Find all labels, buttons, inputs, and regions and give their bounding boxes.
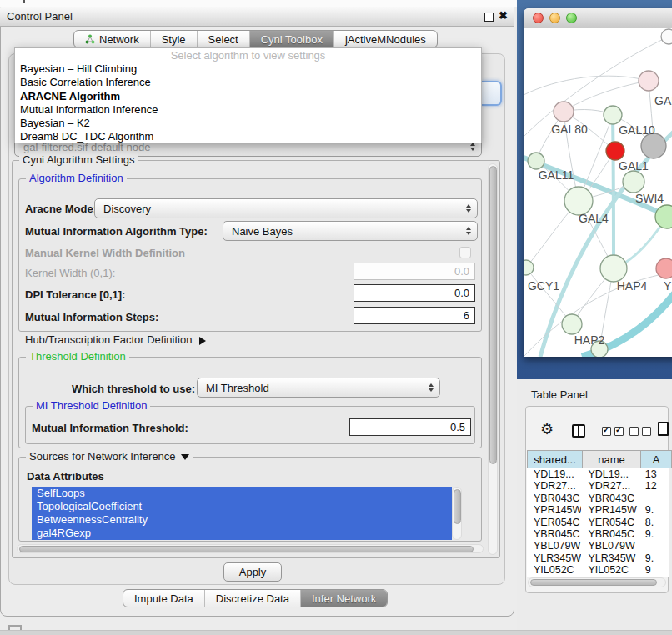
export-table-icon[interactable] (658, 422, 669, 436)
algorithm-option-basic-correlation-inference[interactable]: Basic Correlation Inference (15, 76, 481, 89)
minimize-traffic-light-icon[interactable] (549, 12, 560, 23)
table-cell: YBR045C (527, 528, 581, 540)
tab-label: Network (99, 33, 139, 46)
node-gray[interactable] (641, 133, 666, 158)
combo-arrows-icon (429, 383, 434, 392)
tab-discretize-data[interactable]: Discretize Data (204, 590, 300, 607)
apply-button[interactable]: Apply (223, 562, 282, 582)
settings-horizontal-scrollbar[interactable] (17, 544, 484, 553)
node-label-hap2: HAP2 (574, 333, 605, 347)
table-horizontal-scrollbar-thumb[interactable] (530, 579, 657, 586)
attribute-item-selfloops[interactable]: SelfLoops (32, 487, 452, 500)
expander-down-icon (181, 454, 189, 460)
node-swi4[interactable] (655, 205, 672, 228)
algorithm-option-bayesian-k2[interactable]: Bayesian – K2 (15, 117, 481, 130)
tab-select[interactable]: Select (197, 31, 249, 48)
gear-icon[interactable]: ⚙ (540, 422, 554, 437)
table-row[interactable]: YBR045CYBR045C9. (527, 528, 669, 540)
close-icon[interactable]: ✖ (499, 9, 508, 22)
top-strip (0, 0, 517, 7)
table-row[interactable]: YIL052CYIL052C9 (527, 564, 669, 576)
table-horizontal-scrollbar[interactable] (528, 578, 666, 588)
table-row[interactable]: YDR27...YDR27...12 (527, 480, 669, 492)
node-gal10[interactable] (604, 106, 622, 124)
table-cell: YBR045C (581, 528, 638, 540)
node-label-gal1: GAL1 (619, 159, 649, 172)
data-attributes-list[interactable]: SelfLoopsTopologicalCoefficientBetweenne… (32, 487, 452, 540)
attribute-item-topologicalcoefficient[interactable]: TopologicalCoefficient (32, 500, 452, 513)
node-gal11[interactable] (528, 152, 544, 169)
tab-style[interactable]: Style (150, 31, 197, 48)
node-red[interactable] (606, 142, 624, 160)
deselect-all-columns-icon[interactable] (629, 427, 651, 436)
node-gal-pink[interactable] (639, 71, 659, 91)
table-cell: YDR27... (581, 480, 638, 492)
control-panel-titlebar (0, 7, 514, 27)
column-header-shared[interactable]: shared... (527, 450, 583, 468)
node-gal1[interactable] (623, 171, 644, 192)
select-all-columns-icon[interactable] (602, 427, 624, 436)
table-row[interactable]: YDL19...YDL19...13 (527, 468, 669, 480)
node-gal80[interactable] (554, 102, 574, 122)
hub-definition-expander[interactable]: Hub/Transcription Factor Definition (25, 333, 206, 346)
control-panel-title: Control Panel (7, 10, 73, 22)
unchecked-box-icon (629, 427, 639, 436)
table-cell: YLR345W (527, 552, 581, 564)
table-row[interactable]: YPR145WYPR145W9. (527, 504, 669, 516)
node-hap2[interactable] (562, 314, 582, 334)
screen: Control Panel ✖ NetworkStyleSelectCyni T… (0, 0, 672, 635)
table-row[interactable]: YBR043CYBR043C (527, 492, 669, 504)
tab-infer-network[interactable]: Infer Network (300, 590, 387, 607)
manual-kernel-checkbox[interactable] (459, 247, 471, 258)
tab-network[interactable]: Network (74, 31, 150, 48)
table-row[interactable]: YLR345WYLR345W9. (527, 552, 669, 564)
settings-vertical-scrollbar[interactable] (488, 163, 498, 555)
tab-impute-data[interactable]: Impute Data (123, 590, 204, 607)
algorithm-option-bayesian-hill-climbing[interactable]: Bayesian – Hill Climbing (15, 62, 481, 76)
zoom-traffic-light-icon[interactable] (566, 12, 577, 23)
mi-threshold-definition-title: MI Threshold Definition (33, 399, 150, 412)
table-cell: YIL052C (581, 564, 638, 576)
mi-type-combobox[interactable]: Naive Bayes (223, 221, 478, 241)
which-threshold-combobox[interactable]: MI Threshold (197, 378, 440, 398)
algorithm-option-mutual-information-inference[interactable]: Mutual Information Inference (15, 103, 481, 117)
kernel-width-field[interactable]: 0.0 (354, 262, 475, 280)
algorithm-option-dream8-dc-tdc-algorithm[interactable]: Dream8 DC_TDC Algorithm (15, 130, 481, 143)
node-label-gal: GAL (654, 94, 672, 108)
dpi-tolerance-field[interactable]: 0.0 (354, 284, 475, 302)
node-salmon[interactable] (656, 258, 672, 278)
attribute-item-gal4rgexp[interactable]: gal4RGexp (32, 527, 452, 540)
node-gcy1[interactable] (524, 260, 534, 275)
table-cell: YDL19... (527, 468, 581, 480)
attributes-list-scrollbar-thumb[interactable] (454, 489, 461, 524)
attribute-item-betweennesscentrality[interactable]: BetweennessCentrality (32, 513, 452, 527)
columns-icon[interactable] (572, 424, 585, 438)
node-hap4[interactable] (600, 255, 627, 282)
network-canvas[interactable]: GALGAL80GAL10GAL1GAL11SWI4GAL4GCY1HAP4YH… (524, 28, 672, 357)
sources-title[interactable]: Sources for Network Inference (26, 450, 193, 462)
node-gal4[interactable] (564, 187, 593, 215)
algorithm-combobox-fragment[interactable] (482, 81, 502, 106)
node-label-hap4: HAP4 (617, 279, 648, 292)
algorithm-dropdown-placeholder[interactable]: Select algorithm to view settings (15, 48, 481, 62)
tab-jactivemnodules[interactable]: jActiveMNodules (333, 31, 437, 48)
column-header-a[interactable]: A (641, 450, 672, 468)
table-row[interactable]: YBL079WYBL079W (527, 540, 669, 552)
close-traffic-light-icon[interactable] (533, 12, 544, 23)
settings-vertical-scrollbar-thumb[interactable] (489, 166, 497, 464)
table-row[interactable]: YER054CYER054C8. (527, 517, 669, 528)
algorithm-option-aracne-algorithm[interactable]: ARACNE Algorithm (15, 90, 481, 103)
mi-steps-field[interactable]: 6 (354, 307, 475, 324)
tab-cyni-toolbox[interactable]: Cyni Toolbox (249, 31, 333, 48)
attributes-list-scrollbar[interactable] (452, 487, 462, 540)
float-window-icon[interactable] (484, 12, 494, 22)
table-cell: YBL079W (527, 540, 581, 552)
table-cell: YER054C (581, 517, 638, 528)
column-header-name[interactable]: name (583, 450, 641, 468)
cyni-algorithm-settings-title: Cyni Algorithm Settings (19, 153, 138, 166)
settings-horizontal-scrollbar-thumb[interactable] (19, 546, 474, 552)
aracne-mode-combobox[interactable]: Discovery (94, 198, 478, 218)
table-cell: YBR043C (581, 492, 638, 504)
mi-threshold-field[interactable]: 0.5 (349, 418, 471, 436)
node-top-partial[interactable] (661, 29, 672, 44)
